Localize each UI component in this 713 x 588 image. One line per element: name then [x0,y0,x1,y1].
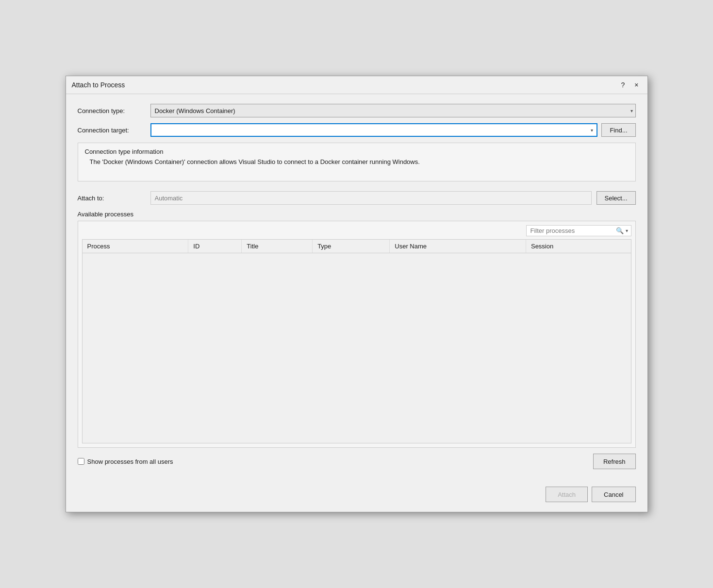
title-bar: Attach to Process ? × [66,76,647,94]
processes-list-table: Process ID Title Type User Name Session [83,240,631,253]
connection-type-row: Connection type: Docker (Windows Contain… [78,104,636,117]
connection-target-dropdown-icon[interactable]: ▾ [586,123,597,137]
connection-target-controls: ▾ Find... [150,123,636,137]
title-bar-controls: ? × [618,80,642,90]
search-icon: 🔍 [616,227,624,234]
col-id: ID [188,240,242,253]
show-all-users-label[interactable]: Show processes from all users [87,458,173,465]
connection-info-box: Connection type information The 'Docker … [78,143,636,181]
processes-section: 🔍 ▾ Process ID Title Type [78,221,636,448]
bottom-row: Show processes from all users Refresh [78,448,636,471]
help-button[interactable]: ? [618,80,628,90]
col-process: Process [83,240,188,253]
col-type: Type [313,240,390,253]
connection-target-input[interactable] [150,123,598,137]
filter-dropdown-button[interactable]: ▾ [625,228,629,233]
connection-type-select[interactable]: Docker (Windows Container) Default Remot… [150,104,636,117]
connection-type-select-wrapper: Docker (Windows Container) Default Remot… [150,104,636,117]
close-button[interactable]: × [631,80,641,90]
filter-wrap: 🔍 ▾ [526,225,631,236]
connection-target-input-wrap: ▾ [150,123,598,137]
attach-to-input [150,191,592,205]
filter-processes-input[interactable] [527,226,614,236]
select-button[interactable]: Select... [597,191,636,205]
filter-row: 🔍 ▾ [82,225,631,236]
dialog-content: Connection type: Docker (Windows Contain… [66,94,647,481]
title-bar-left: Attach to Process [72,81,125,89]
attach-to-label: Attach to: [78,195,146,202]
table-header: Process ID Title Type User Name Session [83,240,631,253]
cancel-button[interactable]: Cancel [592,487,635,502]
dialog-title: Attach to Process [72,81,125,89]
attach-to-row: Attach to: Select... [78,191,636,205]
table-header-row: Process ID Title Type User Name Session [83,240,631,253]
connection-target-label: Connection target: [78,127,146,134]
show-all-users: Show processes from all users [78,458,173,465]
connection-type-label: Connection type: [78,107,146,114]
dialog-footer: Attach Cancel [66,481,647,512]
attach-to-process-dialog: Attach to Process ? × Connection type: D… [66,76,648,512]
info-box-title: Connection type information [85,148,629,155]
info-box-text: The 'Docker (Windows Container)' connect… [85,158,629,165]
col-title: Title [242,240,313,253]
filter-icons: 🔍 ▾ [614,227,631,234]
col-username: User Name [390,240,526,253]
refresh-button[interactable]: Refresh [593,454,636,469]
find-button[interactable]: Find... [601,123,635,137]
process-table: Process ID Title Type User Name Session [82,239,631,443]
processes-container: Available processes 🔍 ▾ [78,211,636,471]
connection-target-row: Connection target: ▾ Find... [78,123,636,137]
available-processes-label: Available processes [78,211,636,218]
col-session: Session [526,240,630,253]
attach-button[interactable]: Attach [546,487,588,502]
show-all-users-checkbox[interactable] [78,458,84,465]
